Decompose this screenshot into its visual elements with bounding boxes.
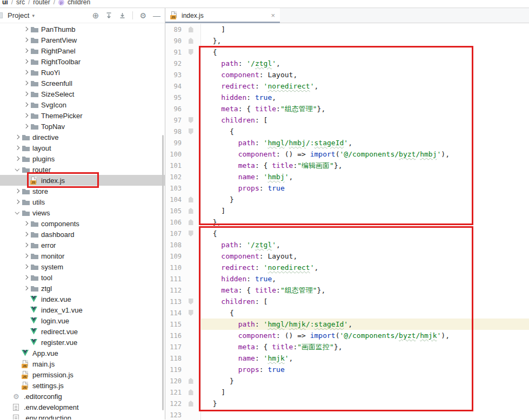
- tree-item-index-vue[interactable]: index.vue: [0, 294, 165, 304]
- code-line-93[interactable]: 93 component: Layout,: [165, 69, 529, 80]
- tree-item--editorconfig[interactable]: ⚙.editorconfig: [0, 391, 165, 402]
- line-number[interactable]: 94: [165, 83, 182, 90]
- tree-item-panthumb[interactable]: PanThumb: [0, 24, 165, 35]
- code-line-122[interactable]: 122 }: [165, 398, 529, 409]
- code-line-94[interactable]: 94 redirect: 'noredirect',: [165, 80, 529, 92]
- chevron-right-icon[interactable]: [15, 135, 19, 139]
- fold-up-icon[interactable]: [189, 401, 193, 407]
- tree-item-directive[interactable]: directive: [0, 132, 165, 143]
- code-line-92[interactable]: 92 path: '/ztgl',: [165, 58, 529, 69]
- project-dropdown-caret-icon[interactable]: ▾: [32, 13, 35, 18]
- tree-item-index-v1-vue[interactable]: index_v1.vue: [0, 304, 165, 315]
- line-number[interactable]: 111: [165, 275, 182, 283]
- fold-down-icon[interactable]: [189, 117, 193, 123]
- code-line-120[interactable]: 120 }: [165, 375, 529, 387]
- chevron-right-icon[interactable]: [24, 70, 28, 74]
- line-number[interactable]: 122: [165, 400, 182, 408]
- fold-up-icon[interactable]: [189, 38, 193, 44]
- tree-item-sizeselect[interactable]: SizeSelect: [0, 89, 165, 99]
- tree-item-monitor[interactable]: monitor: [0, 250, 165, 261]
- tree-item-tool[interactable]: tool: [0, 272, 165, 283]
- project-tree-scrollbar[interactable]: [162, 135, 164, 410]
- hide-panel-icon[interactable]: —: [153, 12, 160, 19]
- fold-up-icon[interactable]: [189, 26, 193, 32]
- settings-gear-icon[interactable]: ⚙: [139, 12, 146, 19]
- expand-all-icon[interactable]: [105, 12, 112, 19]
- line-number[interactable]: 112: [165, 287, 182, 294]
- line-number[interactable]: 91: [165, 49, 182, 56]
- tree-item-views[interactable]: views: [0, 207, 165, 218]
- project-panel-title[interactable]: Project: [8, 11, 29, 19]
- code-line-117[interactable]: 117 meta: { title:"画面监控"},: [165, 341, 529, 353]
- tree-item-layout[interactable]: layout: [0, 143, 165, 153]
- tree-item-topnav[interactable]: TopNav: [0, 121, 165, 132]
- collapse-all-icon[interactable]: [119, 12, 126, 19]
- fold-down-icon[interactable]: [189, 49, 193, 55]
- tree-item-themepicker[interactable]: ThemePicker: [0, 110, 165, 121]
- tree-item-register-vue[interactable]: register.vue: [0, 337, 165, 348]
- chevron-right-icon[interactable]: [24, 59, 28, 64]
- code-line-105[interactable]: 105 ]: [165, 205, 529, 216]
- code-line-98[interactable]: 98 {: [165, 126, 529, 137]
- fold-up-icon[interactable]: [189, 208, 193, 214]
- line-number[interactable]: 117: [165, 343, 182, 351]
- tree-item-utils[interactable]: utils: [0, 197, 165, 207]
- code-line-106[interactable]: 106 },: [165, 216, 529, 228]
- close-icon[interactable]: ×: [271, 12, 275, 19]
- line-number[interactable]: 114: [165, 309, 182, 317]
- breadcrumb-item[interactable]: ui: [2, 0, 8, 6]
- chevron-right-icon[interactable]: [24, 243, 28, 247]
- code-line-121[interactable]: 121 ]: [165, 387, 529, 398]
- tree-item-index-js[interactable]: JSindex.js: [0, 175, 165, 186]
- code-line-123[interactable]: 123: [165, 409, 529, 420]
- tree-item-parentview[interactable]: ParentView: [0, 35, 165, 45]
- fold-up-icon[interactable]: [189, 219, 193, 225]
- code-line-96[interactable]: 96 meta: { title:"组态管理"},: [165, 103, 529, 114]
- tree-item-dashboard[interactable]: dashboard: [0, 229, 165, 240]
- line-number[interactable]: 109: [165, 253, 182, 260]
- line-number[interactable]: 95: [165, 94, 182, 101]
- code-line-101[interactable]: 101 meta: { title:"编辑画面"},: [165, 160, 529, 171]
- code-line-112[interactable]: 112 meta: { title:"组态管理"},: [165, 284, 529, 296]
- code-line-119[interactable]: 119 props: true: [165, 364, 529, 375]
- line-number[interactable]: 90: [165, 37, 182, 45]
- line-number[interactable]: 89: [165, 26, 182, 33]
- code-line-95[interactable]: 95 hidden: true,: [165, 92, 529, 103]
- chevron-right-icon[interactable]: [24, 81, 28, 85]
- line-number[interactable]: 96: [165, 105, 182, 113]
- code-line-108[interactable]: 108 path: '/ztgl',: [165, 239, 529, 250]
- line-number[interactable]: 118: [165, 355, 182, 362]
- chevron-right-icon[interactable]: [24, 38, 28, 42]
- tree-item--env-development[interactable]: .env.development: [0, 402, 165, 412]
- line-number[interactable]: 104: [165, 196, 182, 204]
- tree-item-system[interactable]: system: [0, 261, 165, 272]
- fold-down-icon[interactable]: [189, 310, 193, 316]
- code-editor[interactable]: 89 ]90 },91 {92 path: '/ztgl',93 compone…: [165, 24, 529, 419]
- breadcrumb-item[interactable]: children: [68, 0, 90, 6]
- tree-item-ztgl[interactable]: ztgl: [0, 283, 165, 294]
- chevron-right-icon[interactable]: [15, 157, 19, 161]
- fold-down-icon[interactable]: [189, 299, 193, 304]
- fold-down-icon[interactable]: [189, 128, 193, 134]
- line-number[interactable]: 100: [165, 151, 182, 158]
- line-number[interactable]: 110: [165, 264, 182, 272]
- tab-index-js[interactable]: JS index.js ×: [165, 8, 280, 23]
- breadcrumb-item[interactable]: src: [16, 0, 25, 6]
- line-number[interactable]: 107: [165, 230, 182, 238]
- tree-item-router[interactable]: router: [0, 164, 165, 175]
- line-number[interactable]: 97: [165, 117, 182, 124]
- code-line-109[interactable]: 109 component: Layout,: [165, 250, 529, 262]
- chevron-right-icon[interactable]: [24, 49, 28, 53]
- line-number[interactable]: 105: [165, 207, 182, 215]
- chevron-right-icon[interactable]: [24, 275, 28, 280]
- chevron-right-icon[interactable]: [24, 27, 28, 31]
- chevron-right-icon[interactable]: [24, 221, 28, 226]
- tree-item-store[interactable]: store: [0, 186, 165, 197]
- tree-item-settings-js[interactable]: JSsettings.js: [0, 380, 165, 391]
- code-line-116[interactable]: 116 component: () => import('@/component…: [165, 330, 529, 341]
- chevron-right-icon[interactable]: [24, 92, 28, 96]
- tree-item-app-vue[interactable]: App.vue: [0, 348, 165, 358]
- chevron-right-icon[interactable]: [24, 124, 28, 128]
- breadcrumb-item[interactable]: router: [33, 0, 50, 6]
- code-line-91[interactable]: 91 {: [165, 46, 529, 58]
